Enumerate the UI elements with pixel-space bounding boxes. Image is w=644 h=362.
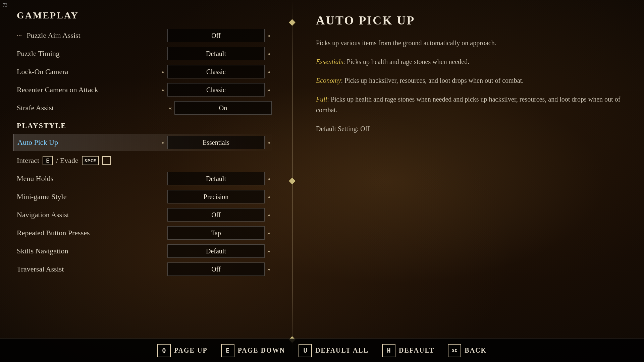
right-arrow-lock-on-camera[interactable]: » (266, 67, 272, 77)
setting-row-auto-pick-up[interactable]: Auto Pick Up « Essentials » (13, 134, 275, 151)
value-container-traversal-assist: Off » (167, 262, 272, 276)
right-arrow-menu-holds[interactable]: » (266, 174, 272, 184)
btn-label-back: BACK (465, 347, 487, 354)
btn-label-default: DEFAULT (399, 347, 434, 354)
detail-description: Picks up various items from the ground a… (316, 38, 624, 48)
value-box-puzzle-timing: Default (167, 47, 265, 60)
value-container-repeated-button-presses: Tap » (167, 226, 272, 240)
setting-label-lock-on-camera: Lock-On Camera (17, 67, 160, 76)
btn-label-page-down: PAGE DOWN (238, 347, 285, 354)
setting-row-navigation-assist[interactable]: Navigation Assist Off » (13, 206, 275, 224)
setting-label-menu-holds: Menu Holds (17, 174, 167, 183)
setting-row-menu-holds[interactable]: Menu Holds Default » (13, 170, 275, 187)
setting-row-puzzle-aim-assist[interactable]: ••• Puzzle Aim Assist Off » (13, 27, 275, 44)
right-arrow-skills-navigation[interactable]: » (266, 246, 272, 256)
value-container-lock-on-camera: « Classic » (160, 65, 272, 78)
setting-row-puzzle-timing[interactable]: Puzzle Timing Default » (13, 45, 275, 62)
value-box-puzzle-aim-assist: Off (167, 29, 265, 42)
value-box-menu-holds: Default (167, 172, 265, 185)
setting-label-auto-pick-up: Auto Pick Up (17, 138, 160, 147)
value-box-strafe-assist: On (174, 101, 272, 115)
settings-list: ••• Puzzle Aim Assist Off » Puzzle Timin… (13, 27, 275, 278)
value-container-puzzle-timing: Default » (167, 47, 272, 60)
setting-label-interact: Interact E / Evade SPCE (17, 156, 272, 165)
value-container-menu-holds: Default » (167, 172, 272, 185)
right-arrow-minigame-style[interactable]: » (266, 192, 272, 202)
right-arrow-repeated-button-presses[interactable]: » (266, 228, 272, 238)
btn-key-u: U (299, 344, 312, 357)
value-container-recenter-camera: « Classic » (160, 83, 272, 97)
vertical-divider (292, 0, 292, 362)
btn-key-e: E (221, 344, 234, 357)
setting-row-recenter-camera[interactable]: Recenter Camera on Attack « Classic » (13, 81, 275, 99)
dots-icon: ••• (17, 33, 22, 38)
setting-row-repeated-button-presses[interactable]: Repeated Button Presses Tap » (13, 224, 275, 242)
right-panel: AUTO PICK UP Picks up various items from… (296, 0, 644, 362)
value-container-puzzle-aim-assist: Off » (167, 29, 272, 42)
section-title-gameplay: GAMEPLAY (17, 10, 275, 21)
bottom-btn-page-up[interactable]: Q PAGE UP (157, 344, 208, 357)
setting-label-skills-navigation: Skills Navigation (17, 247, 167, 255)
bottom-btn-back[interactable]: SC BACK (448, 344, 487, 357)
detail-option-full: Full: Picks up health and rage stones wh… (316, 94, 624, 115)
right-arrow-puzzle-timing[interactable]: » (266, 49, 272, 59)
left-panel: GAMEPLAY ••• Puzzle Aim Assist Off » (0, 0, 288, 362)
diamond-mid (289, 178, 296, 184)
left-arrow-strafe-assist[interactable]: « (167, 103, 173, 113)
value-box-navigation-assist: Off (167, 208, 265, 222)
setting-row-minigame-style[interactable]: Mini-game Style Precision » (13, 188, 275, 205)
right-arrow-recenter-camera[interactable]: » (266, 85, 272, 95)
btn-key-q: Q (157, 344, 171, 357)
btn-label-default-all: DEFAULT ALL (315, 347, 369, 354)
value-container-skills-navigation: Default » (167, 244, 272, 258)
setting-row-lock-on-camera[interactable]: Lock-On Camera « Classic » (13, 63, 275, 80)
setting-label-repeated-button-presses: Repeated Button Presses (17, 229, 167, 237)
value-container-navigation-assist: Off » (167, 208, 272, 222)
btn-key-h: H (382, 344, 395, 357)
value-box-skills-navigation: Default (167, 244, 265, 258)
section-title-playstyle: PLAYSTYLE (13, 119, 275, 133)
detail-default-setting: Default Setting: Off (316, 123, 624, 134)
detail-title: AUTO PICK UP (316, 13, 624, 27)
value-container-auto-pick-up: « Essentials » (160, 136, 272, 149)
setting-label-strafe-assist: Strafe Assist (17, 104, 167, 112)
right-arrow-auto-pick-up[interactable]: » (266, 138, 272, 147)
setting-row-skills-navigation[interactable]: Skills Navigation Default » (13, 242, 275, 260)
interact-key-spce: SPCE (82, 156, 99, 165)
setting-label-navigation-assist: Navigation Assist (17, 210, 167, 219)
diamond-top (289, 19, 296, 26)
option-name-full: Full (316, 96, 327, 103)
bottom-btn-page-down[interactable]: E PAGE DOWN (221, 344, 285, 357)
setting-label-puzzle-aim-assist: ••• Puzzle Aim Assist (17, 31, 167, 40)
setting-row-interact[interactable]: Interact E / Evade SPCE (13, 152, 275, 169)
value-container-strafe-assist: « On (167, 101, 272, 115)
right-arrow-traversal-assist[interactable]: » (266, 264, 272, 274)
setting-row-strafe-assist[interactable]: Strafe Assist « On (13, 99, 275, 117)
right-arrow-puzzle-aim-assist[interactable]: » (266, 31, 272, 41)
btn-key-sc: SC (448, 344, 461, 357)
btn-label-page-up: PAGE UP (174, 347, 208, 354)
value-box-lock-on-camera: Classic (167, 65, 265, 78)
detail-option-economy: Economy: Picks up hacksilver, resources,… (316, 75, 624, 86)
bottom-bar: Q PAGE UP E PAGE DOWN U DEFAULT ALL H DE… (0, 339, 644, 362)
value-container-minigame-style: Precision » (167, 190, 272, 203)
value-box-recenter-camera: Classic (167, 83, 265, 97)
interact-square-icon (102, 156, 111, 165)
left-arrow-auto-pick-up[interactable]: « (160, 138, 166, 147)
content-wrapper: GAMEPLAY ••• Puzzle Aim Assist Off » (0, 0, 644, 362)
detail-option-essentials: Essentials: Picks up health and rage sto… (316, 56, 624, 67)
bottom-btn-default[interactable]: H DEFAULT (382, 344, 434, 357)
left-arrow-recenter-camera[interactable]: « (160, 85, 166, 95)
setting-label-minigame-style: Mini-game Style (17, 192, 167, 201)
setting-label-puzzle-timing: Puzzle Timing (17, 49, 167, 58)
setting-label-recenter-camera: Recenter Camera on Attack (17, 85, 160, 94)
option-name-essentials: Essentials (316, 58, 343, 65)
interact-key-e: E (43, 156, 53, 165)
setting-row-traversal-assist[interactable]: Traversal Assist Off » (13, 260, 275, 278)
right-arrow-navigation-assist[interactable]: » (266, 210, 272, 220)
value-box-traversal-assist: Off (167, 262, 265, 276)
left-arrow-lock-on-camera[interactable]: « (160, 67, 166, 77)
bottom-btn-default-all[interactable]: U DEFAULT ALL (299, 344, 369, 357)
option-name-economy: Economy (316, 77, 341, 84)
value-box-auto-pick-up: Essentials (167, 136, 265, 149)
